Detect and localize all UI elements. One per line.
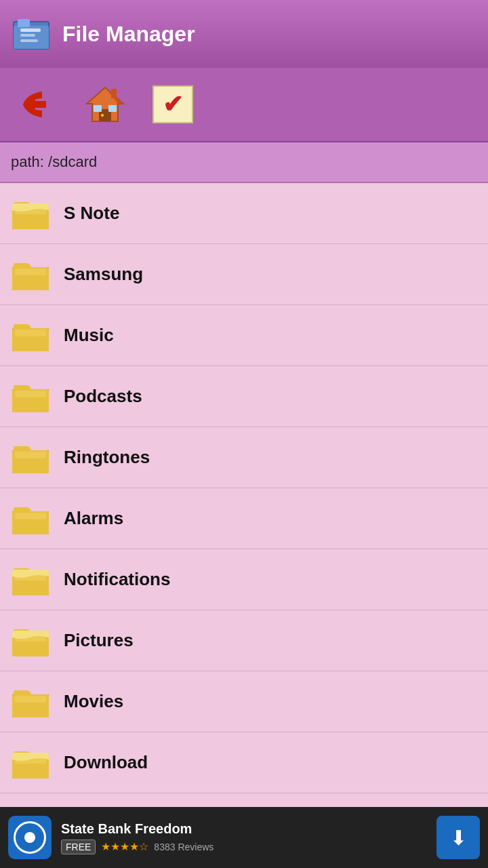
folder-item-ringtones[interactable]: Ringtones bbox=[0, 427, 488, 488]
folder-item-music[interactable]: Music bbox=[0, 305, 488, 366]
folder-icon bbox=[11, 441, 50, 475]
back-button[interactable] bbox=[14, 81, 61, 128]
ad-logo-inner bbox=[14, 821, 46, 854]
svg-rect-4 bbox=[20, 34, 35, 37]
svg-rect-10 bbox=[108, 105, 117, 112]
path-bar: path: /sdcard bbox=[0, 142, 488, 183]
svg-point-12 bbox=[101, 114, 104, 117]
svg-rect-18 bbox=[15, 330, 46, 336]
folder-icon bbox=[11, 380, 50, 414]
app-header: File Manager bbox=[0, 0, 488, 68]
folder-item-podcasts[interactable]: Podcasts bbox=[0, 366, 488, 427]
svg-rect-30 bbox=[15, 696, 46, 703]
folder-icon bbox=[11, 746, 50, 780]
folder-name: Movies bbox=[64, 691, 123, 712]
folder-icon bbox=[11, 197, 50, 231]
app-title: File Manager bbox=[62, 22, 195, 47]
ad-text-area: State Bank Freedom FREE ★★★★☆ 8383 Revie… bbox=[61, 821, 427, 854]
folder-item-samsung[interactable]: Samsung bbox=[0, 244, 488, 305]
ad-download-icon: ⬇ bbox=[450, 826, 467, 850]
ad-title: State Bank Freedom bbox=[61, 821, 427, 837]
file-list: S NoteSamsungMusicPodcastsRingtonesAlarm… bbox=[0, 183, 488, 807]
ad-logo-dot bbox=[24, 832, 35, 843]
ad-download-button[interactable]: ⬇ bbox=[436, 816, 480, 859]
folder-item-alarms[interactable]: Alarms bbox=[0, 488, 488, 549]
svg-rect-22 bbox=[15, 452, 46, 458]
svg-rect-3 bbox=[20, 28, 41, 32]
folder-name: Download bbox=[64, 752, 148, 773]
app-icon bbox=[11, 14, 52, 54]
folder-item-movies[interactable]: Movies bbox=[0, 671, 488, 732]
folder-item-notifications[interactable]: Notifications bbox=[0, 549, 488, 610]
folder-name: Podcasts bbox=[64, 386, 142, 407]
folder-name: Ringtones bbox=[64, 447, 150, 468]
svg-rect-16 bbox=[15, 269, 46, 275]
folder-name: Alarms bbox=[64, 508, 123, 529]
folder-icon bbox=[11, 685, 50, 719]
folder-name: Samsung bbox=[64, 264, 143, 285]
ad-banner[interactable]: State Bank Freedom FREE ★★★★☆ 8383 Revie… bbox=[0, 807, 488, 868]
folder-icon bbox=[11, 258, 50, 292]
folder-item-download[interactable]: Download bbox=[0, 732, 488, 793]
folder-name: Notifications bbox=[64, 569, 170, 590]
home-button[interactable] bbox=[81, 81, 129, 128]
svg-rect-5 bbox=[20, 39, 38, 42]
folder-item-pictures[interactable]: Pictures bbox=[0, 610, 488, 671]
ad-logo bbox=[8, 816, 52, 859]
svg-rect-20 bbox=[15, 391, 46, 397]
folder-icon bbox=[11, 624, 50, 658]
ad-reviews: 8383 Reviews bbox=[154, 842, 214, 852]
folder-item-s-note[interactable]: S Note bbox=[0, 183, 488, 244]
folder-icon bbox=[11, 502, 50, 536]
folder-name: Music bbox=[64, 325, 114, 346]
select-button[interactable]: ✔ bbox=[149, 81, 197, 128]
current-path: path: /sdcard bbox=[11, 153, 97, 171]
svg-rect-9 bbox=[94, 105, 102, 112]
folder-icon bbox=[11, 563, 50, 597]
svg-rect-24 bbox=[15, 513, 46, 519]
ad-free-badge: FREE bbox=[61, 840, 96, 854]
folder-icon bbox=[11, 319, 50, 353]
ad-meta: FREE ★★★★☆ 8383 Reviews bbox=[61, 840, 427, 854]
folder-name: Pictures bbox=[64, 630, 134, 651]
svg-rect-2 bbox=[18, 19, 30, 27]
svg-rect-11 bbox=[111, 89, 117, 98]
folder-name: S Note bbox=[64, 203, 119, 224]
checkmark-icon: ✔ bbox=[152, 85, 193, 123]
ad-stars: ★★★★☆ bbox=[101, 840, 148, 853]
toolbar: ✔ bbox=[0, 68, 488, 142]
